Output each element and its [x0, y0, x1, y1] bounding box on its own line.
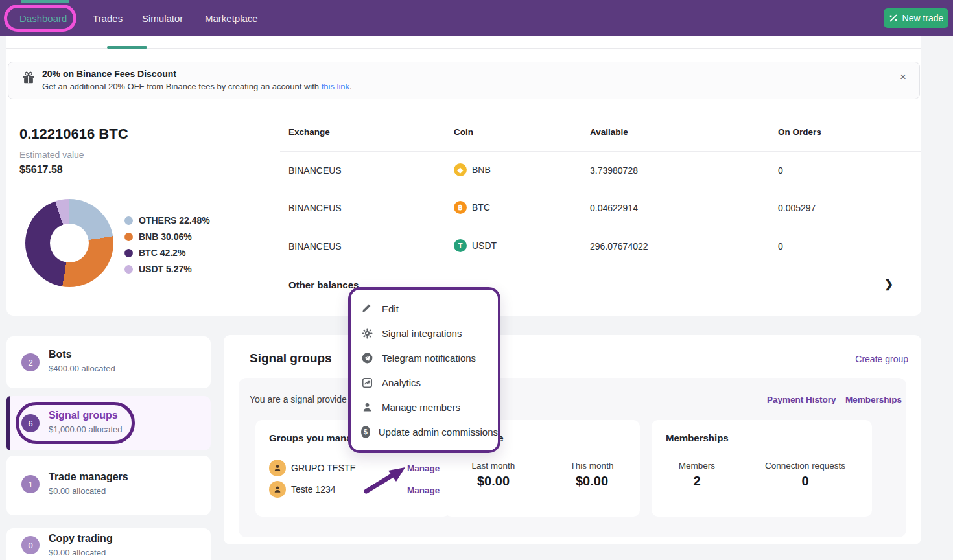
- close-icon[interactable]: ×: [900, 71, 906, 82]
- legend-label: USDT 5.27%: [139, 264, 192, 274]
- memberships-card: Memberships Members 2 Connection request…: [652, 420, 872, 517]
- subtab-active-underline: [107, 46, 147, 49]
- legend-label: BTC 42.2%: [139, 248, 185, 258]
- sidebar-item-copy-trading[interactable]: 0 Copy trading $0.00 allocated: [6, 528, 211, 560]
- cell-exchange: BINANCEUS: [288, 203, 342, 213]
- panel-title: Signal groups: [250, 351, 332, 366]
- nav-item-marketplace[interactable]: Marketplace: [205, 13, 258, 24]
- dashboard-screen: Dashboard Trades Simulator Marketplace N…: [0, 0, 953, 560]
- analytics-icon: [361, 377, 373, 389]
- menu-item-signal-integrations[interactable]: Signal integrations: [361, 327, 498, 340]
- sidebar-item-signal-groups[interactable]: 6 Signal groups $1,000.00 allocated: [6, 396, 211, 450]
- legend-item: BNB 30.06%: [124, 230, 192, 243]
- person-icon: [272, 484, 283, 495]
- trade-wand-icon: [889, 14, 898, 23]
- signal-groups-panel: Signal groups Create group You are a sig…: [224, 335, 921, 544]
- sidebar-item-subtitle: $400.00 allocated: [49, 364, 115, 373]
- estimated-value: $5617.58: [19, 164, 63, 176]
- pencil-icon: [361, 303, 373, 315]
- coin-label: USDT: [472, 240, 497, 251]
- col-header-coin: Coin: [454, 127, 473, 137]
- legend-item: OTHERS 22.48%: [124, 214, 210, 227]
- sidebar-item-title: Copy trading: [49, 533, 113, 544]
- banner-body-text: Get an additional 20% OFF from Binance f…: [42, 82, 322, 91]
- coin-label: BNB: [472, 165, 491, 175]
- gift-icon: [21, 70, 36, 84]
- cell-coin: ฿BTC: [454, 201, 490, 214]
- row-divider: [280, 227, 921, 228]
- usdt-coin-icon: T: [454, 239, 467, 252]
- menu-item-analytics[interactable]: Analytics: [361, 377, 498, 389]
- menu-label: Analytics: [382, 377, 421, 388]
- menu-item-update-admin-commissions[interactable]: $ Update admin commissions: [361, 426, 498, 438]
- menu-item-telegram-notifications[interactable]: Telegram notifications: [361, 352, 498, 364]
- manage-link-teste-1234[interactable]: Manage: [407, 485, 440, 495]
- nav-item-simulator[interactable]: Simulator: [142, 13, 183, 24]
- legend-dot: [124, 249, 133, 257]
- new-trade-label: New trade: [902, 13, 944, 23]
- dollar-icon: $: [361, 426, 370, 438]
- menu-label: Signal integrations: [382, 328, 462, 339]
- cell-on-orders: 0.005297: [778, 203, 816, 213]
- revenue-last-month-label: Last month: [454, 461, 532, 471]
- revenue-last-month-value: $0.00: [454, 474, 532, 489]
- bots-count-badge: 2: [21, 353, 40, 371]
- col-header-exchange: Exchange: [288, 127, 330, 137]
- row-divider: [280, 189, 921, 189]
- cell-available: 3.73980728: [590, 165, 638, 176]
- signal-groups-count-badge: 6: [21, 414, 40, 432]
- chevron-right-icon[interactable]: ❯: [884, 277, 893, 291]
- new-trade-button[interactable]: New trade: [884, 8, 948, 28]
- nav-item-dashboard[interactable]: Dashboard: [19, 13, 67, 24]
- cell-exchange: BINANCEUS: [288, 241, 342, 251]
- menu-item-edit[interactable]: Edit: [361, 303, 498, 315]
- sidebar-item-trade-managers[interactable]: 1 Trade managers $0.00 allocated: [6, 456, 211, 515]
- group-context-menu: Edit Signal integrations Telegram notifi…: [348, 287, 500, 453]
- create-group-link[interactable]: Create group: [855, 354, 908, 364]
- provider-text: You are a signal provide: [250, 394, 347, 404]
- sidebar-item-subtitle: $0.00 allocated: [49, 548, 106, 557]
- banner-title: 20% on Binance Fees Discount: [42, 69, 176, 79]
- menu-item-manage-members[interactable]: Manage members: [361, 401, 498, 414]
- group-name: Teste 1234: [291, 484, 336, 495]
- donut-chart: [25, 199, 113, 287]
- banner-body-period: .: [349, 82, 352, 91]
- revenue-this-month-label: This month: [553, 461, 631, 471]
- revenue-this-month-value: $0.00: [553, 474, 631, 489]
- connection-requests-label: Connection requests: [760, 461, 851, 471]
- legend-dot: [124, 216, 133, 225]
- estimated-value-label: Estimated value: [19, 150, 84, 160]
- manage-link-grupo-teste[interactable]: Manage: [407, 463, 440, 473]
- cell-exchange: BINANCEUS: [288, 165, 342, 176]
- payment-history-link[interactable]: Payment History: [767, 395, 836, 404]
- cell-on-orders: 0: [778, 241, 783, 251]
- cell-coin: TUSDT: [454, 239, 497, 252]
- btc-coin-icon: ฿: [454, 201, 467, 214]
- legend-label: BNB 30.06%: [139, 231, 192, 242]
- sidebar-item-title: Trade managers: [49, 471, 128, 483]
- menu-label: Telegram notifications: [382, 353, 476, 364]
- copy-trading-count-badge: 0: [21, 536, 40, 554]
- legend-dot: [124, 265, 133, 274]
- signal-provider-panel: You are a signal provide Payment History…: [239, 378, 906, 537]
- group-name: GRUPO TESTE: [291, 463, 356, 473]
- cell-available: 0.04622914: [590, 203, 638, 213]
- top-nav: Dashboard Trades Simulator Marketplace N…: [0, 0, 953, 36]
- gear-icon: [361, 327, 373, 340]
- memberships-link[interactable]: Memberships: [845, 395, 902, 404]
- menu-label: Manage members: [382, 402, 460, 413]
- nav-item-trades[interactable]: Trades: [93, 13, 123, 24]
- banner-link[interactable]: this link: [322, 82, 349, 91]
- sidebar-item-subtitle: $0.00 allocated: [49, 486, 106, 496]
- person-icon: [272, 463, 283, 473]
- legend-label: OTHERS 22.48%: [139, 215, 210, 226]
- members-label: Members: [658, 461, 736, 471]
- bnb-coin-icon: ◆: [454, 163, 467, 176]
- col-header-available: Available: [590, 127, 628, 137]
- cell-available: 296.07674022: [590, 241, 648, 251]
- sidebar-item-bots[interactable]: 2 Bots $400.00 allocated: [6, 336, 211, 388]
- menu-label: Update admin commissions: [379, 426, 498, 438]
- active-tab-top-indicator: [21, 0, 69, 3]
- connection-requests-value: 0: [760, 474, 851, 489]
- legend-dot: [124, 233, 133, 241]
